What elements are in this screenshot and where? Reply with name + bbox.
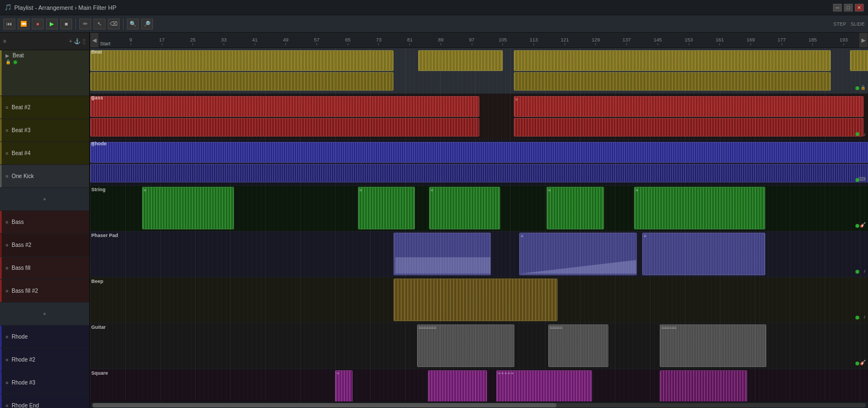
track-name-onekick: One Kick xyxy=(8,173,87,179)
clip-bass-2[interactable]: ≡ xyxy=(514,96,864,117)
close-button[interactable]: ✕ xyxy=(855,4,864,11)
clip-bass-1b[interactable] xyxy=(90,118,479,137)
tracks-area[interactable]: 🔒 Beat ≡ ≡ xyxy=(90,48,868,401)
handle-icon: ⣿ xyxy=(82,38,86,44)
clip-square-3[interactable]: ≡ ≡ ≡ ≡ ≡ xyxy=(496,370,592,401)
bass-icon: ≡ xyxy=(2,220,8,225)
clip-bass-1[interactable]: ≡ xyxy=(90,96,479,117)
play-button[interactable]: ▶ xyxy=(46,19,58,29)
scrollbar-thumb[interactable] xyxy=(92,403,556,407)
track-name-beat2: Beat #2 xyxy=(8,104,87,110)
scroll-left-button[interactable]: ◀ xyxy=(90,33,99,48)
rhode-icon: ≡ xyxy=(2,334,8,340)
rhode3-icon: ≡ xyxy=(2,380,8,386)
track-list: ▶ Beat 🔒 ≡ Beat #2 ≡ Beat #3 xyxy=(0,50,89,408)
separator-2: • xyxy=(0,303,89,326)
track-item-rhode3[interactable]: ≡ Rhode #3 xyxy=(0,371,89,394)
track-item-rhode[interactable]: ≡ Rhode xyxy=(0,326,89,348)
clip-string-2[interactable]: ≡ xyxy=(358,187,415,229)
track-item-rhode2[interactable]: ≡ Rhode #2 xyxy=(0,348,89,371)
clip-beat-1b[interactable] xyxy=(90,72,394,91)
rhode-track-label: Rhode xyxy=(91,141,107,146)
zoom-out[interactable]: 🔎 xyxy=(141,19,153,29)
title-bar-left: 🎵 Playlist - Arrangement › Main Filter H… xyxy=(4,4,116,11)
track-name-bassfill: Bass fill xyxy=(8,265,87,271)
ruler-mark-105: 105 xyxy=(487,37,518,46)
track-item-beat4[interactable]: ≡ Beat #4 xyxy=(0,142,89,165)
minimize-button[interactable]: ─ xyxy=(833,4,842,11)
clip-beat-3[interactable] xyxy=(514,50,831,71)
ruler-mark-153: 153 xyxy=(673,37,705,46)
string-track-led xyxy=(855,224,859,228)
square-track-label: Square xyxy=(91,370,108,376)
separator-2 xyxy=(123,19,124,29)
clip-beat-4[interactable] xyxy=(850,50,868,71)
clip-beat-1[interactable] xyxy=(90,50,394,71)
timeline-header: ◀ Start 91725334149576573818997105113121… xyxy=(90,33,868,48)
clip-rhode-1[interactable]: ≡ xyxy=(90,142,868,163)
track-item-bassfill2[interactable]: ≡ Bass fill #2 xyxy=(0,280,89,303)
separator-1 xyxy=(75,19,76,29)
scrollbar-horizontal[interactable] xyxy=(90,401,868,408)
clip-square-2[interactable] xyxy=(428,370,487,401)
track-item-bass2[interactable]: ≡ Bass #2 xyxy=(0,234,89,257)
zoom-in[interactable]: 🔍 xyxy=(127,19,139,29)
track-item-beat[interactable]: ▶ Beat 🔒 xyxy=(0,50,89,96)
track-item-beat3[interactable]: ≡ Beat #3 xyxy=(0,119,89,142)
bassfill-icon: ≡ xyxy=(2,265,8,271)
clip-square-1[interactable]: ≡ xyxy=(335,370,353,401)
track-item-beat2[interactable]: ≡ Beat #2 xyxy=(0,96,89,119)
track-item-onekick[interactable]: ≡ One Kick xyxy=(0,165,89,188)
ruler-mark-113: 113 xyxy=(518,37,549,46)
app-icon: 🎵 xyxy=(4,4,12,11)
string-guitar-icon: 🎸 xyxy=(860,222,866,228)
bass-track-led xyxy=(855,132,859,136)
beat-play-icon: ▶ xyxy=(2,53,9,58)
window-controls[interactable]: ─ □ ✕ xyxy=(833,4,864,11)
stop-button[interactable]: ■ xyxy=(60,19,72,29)
clip-bass-2b[interactable] xyxy=(514,118,864,137)
onekick-icon: ≡ xyxy=(2,174,8,179)
add-icon[interactable]: + xyxy=(69,38,72,44)
track-row-guitar: ≡≡≡≡≡≡≡ ≡≡≡≡≡ ≡≡≡≡≡≡ Guitar 🎸 xyxy=(90,323,868,369)
clip-guitar-3[interactable]: ≡≡≡≡≡≡ xyxy=(660,324,766,367)
title-bar: 🎵 Playlist - Arrangement › Main Filter H… xyxy=(0,0,868,15)
clip-beat-3b[interactable] xyxy=(514,72,831,91)
clip-string-3[interactable]: ≡ xyxy=(429,187,500,229)
tool-select[interactable]: ↖ xyxy=(93,19,105,29)
clip-phaser-1[interactable] xyxy=(394,233,491,275)
clip-string-1[interactable]: ≡ xyxy=(142,187,234,229)
left-panel-header: ≡ + ⚓ ⣿ xyxy=(0,33,89,50)
beep-track-led xyxy=(855,316,859,320)
scroll-right-button[interactable]: ▶ xyxy=(859,33,868,48)
beat-led[interactable] xyxy=(13,60,17,64)
prev-button[interactable]: ⏪ xyxy=(17,19,30,29)
link-icon[interactable]: ⚓ xyxy=(74,38,80,44)
title-text: Playlist - Arrangement › Main Filter HP xyxy=(14,4,116,11)
ruler-mark-65: 65 xyxy=(332,37,363,46)
clip-beat-2[interactable] xyxy=(418,50,503,71)
record-button[interactable]: ● xyxy=(32,19,44,29)
clip-guitar-2[interactable]: ≡≡≡≡≡ xyxy=(548,324,608,367)
track-name-beat: Beat xyxy=(9,52,87,58)
clip-guitar-1[interactable]: ≡≡≡≡≡≡≡ xyxy=(417,324,514,367)
clip-rhode-1b[interactable] xyxy=(90,164,868,182)
track-item-rhodeend[interactable]: ≡ Rhode End xyxy=(0,394,89,408)
ruler-mark-25: 25 xyxy=(177,37,208,46)
clip-phaser-3[interactable]: ≡ xyxy=(642,233,765,275)
clip-string-5[interactable]: ≡ xyxy=(634,187,765,229)
clip-string-4[interactable]: ≡ xyxy=(547,187,604,229)
clip-phaser-2[interactable]: ≡ xyxy=(519,233,637,275)
track-item-bassfill[interactable]: ≡ Bass fill xyxy=(0,257,89,280)
maximize-button[interactable]: □ xyxy=(844,4,853,11)
track-item-bass[interactable]: ≡ Bass xyxy=(0,211,89,234)
clip-beep-1[interactable] xyxy=(394,279,558,321)
tool-pencil[interactable]: ✏ xyxy=(79,19,91,29)
separator-1: • xyxy=(0,188,89,211)
ruler-mark-137: 137 xyxy=(611,37,642,46)
rewind-button[interactable]: ⏮ xyxy=(3,19,15,29)
clip-square-4[interactable] xyxy=(660,370,747,401)
tracks-grid: 🔒 Beat ≡ ≡ xyxy=(90,48,868,401)
tool-eraser[interactable]: ⌫ xyxy=(108,19,120,29)
ruler-mark-121: 121 xyxy=(549,37,580,46)
